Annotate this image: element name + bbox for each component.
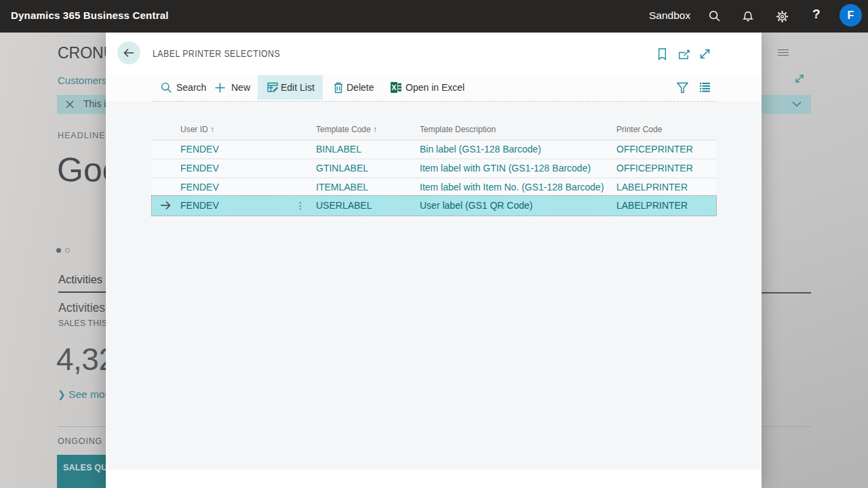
svg-text:X: X [391,83,397,92]
